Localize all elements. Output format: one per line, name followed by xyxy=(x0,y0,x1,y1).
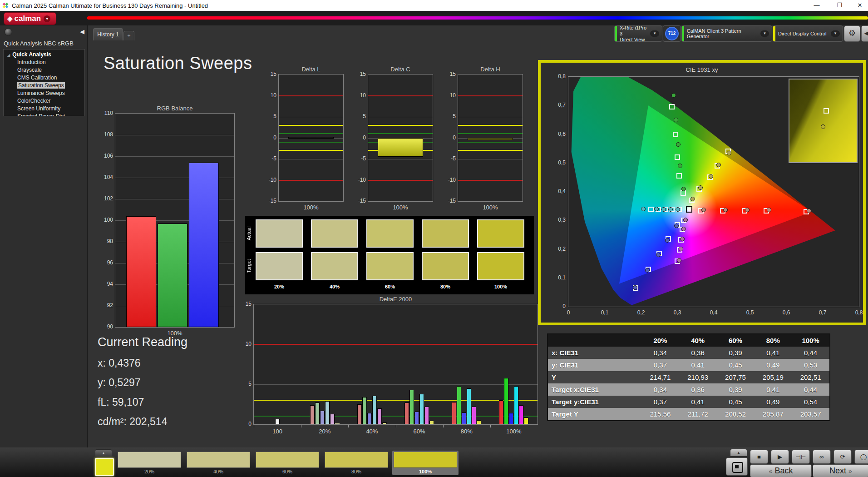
sidebar-item-colorchecker[interactable]: ColorChecker xyxy=(4,97,84,105)
delta-ytick-label: 5 xyxy=(439,113,456,119)
display-dropdown-icon[interactable]: ▼ xyxy=(831,30,840,37)
table-header-100%: 100% xyxy=(792,334,829,347)
sidebar-collapse-icon[interactable]: ◀ xyxy=(80,28,84,35)
cie-ytick-label: 0 xyxy=(552,303,566,309)
deltae-bar xyxy=(452,402,456,424)
current-reading-value: cd/m²: 202,514 xyxy=(98,416,167,428)
cie-xtick-label: 0,1 xyxy=(597,309,612,316)
patch-tab-label: 60% xyxy=(254,469,321,474)
delta-ytick-label: 10 xyxy=(439,92,456,99)
patch-tab-20%[interactable]: 20% xyxy=(116,451,182,475)
table-row-label: Target Y xyxy=(548,408,641,420)
swatch-target-60% xyxy=(366,252,414,280)
source-selector[interactable]: CalMAN Client 3 Pattern Generator ▼ xyxy=(681,25,772,42)
tab-history-1[interactable]: History 1 xyxy=(93,28,123,40)
add-tab-button[interactable]: + xyxy=(123,31,134,40)
single-measure-icon[interactable]: ⊣⊢ xyxy=(792,450,810,464)
meter-name: X-Rite i1Pro 3 xyxy=(620,25,650,37)
meter-mode: Direct View xyxy=(620,37,650,43)
back-button[interactable]: « Back xyxy=(750,464,812,477)
deltae-bar xyxy=(504,378,508,424)
menu-chevron-icon: ▼ xyxy=(44,15,50,22)
settings-gear-icon[interactable]: ⚙ xyxy=(844,25,860,42)
play-icon[interactable]: ▶ xyxy=(771,450,789,464)
cie-measured-green xyxy=(671,93,676,98)
meter-count-badge[interactable]: 712 xyxy=(665,27,679,40)
calman-menu-button[interactable]: ◈ calman ▼ xyxy=(4,12,56,25)
x-tick xyxy=(396,425,396,427)
meter-dropdown-icon[interactable]: ▼ xyxy=(650,30,659,37)
active-patch-swatch[interactable] xyxy=(95,458,114,476)
sidebar-item-cms-calibration[interactable]: CMS Calibration xyxy=(4,74,84,82)
rgb-ytick-label: 96 xyxy=(97,259,113,266)
delta-ytick-label: 0 xyxy=(350,134,366,141)
stop-icon[interactable]: ■ xyxy=(750,450,768,464)
table-cell: 210,93 xyxy=(679,371,717,383)
patch-up-arrow-button[interactable]: ▲ xyxy=(95,449,112,457)
delta-c-chart: Delta C100%-15-10-5051015 xyxy=(368,74,433,202)
cie-ytick-label: 0,5 xyxy=(552,159,566,166)
patch-tab-80%[interactable]: 80% xyxy=(323,451,390,475)
cie-measured-cyan xyxy=(661,207,666,212)
delta-h-bar xyxy=(468,138,513,140)
source-status-indicator xyxy=(682,26,684,41)
sidebar-item-screen-uniformity[interactable]: Screen Uniformity xyxy=(4,105,84,113)
delta-ytick-label: -10 xyxy=(260,177,276,183)
next-button[interactable]: Next » xyxy=(813,464,868,477)
controls-up-arrow-button[interactable]: ▲ xyxy=(730,449,747,457)
table-cell: 0,41 xyxy=(754,347,792,359)
deltae-bar xyxy=(467,388,471,424)
patch-tab-100%[interactable]: 100% xyxy=(392,451,459,475)
table-cell: 207,75 xyxy=(717,371,755,383)
reference-line xyxy=(254,416,538,417)
swatch-target-80% xyxy=(422,252,469,280)
cie-measured-red xyxy=(723,208,728,212)
deltae-bar xyxy=(362,397,367,424)
sidebar-item-saturation-sweeps[interactable]: Saturation Sweeps xyxy=(4,82,84,89)
swatch-col-label: 40% xyxy=(311,284,358,289)
minimize-button[interactable]: — xyxy=(809,0,824,11)
cie-measured-red xyxy=(745,208,750,212)
meter-selector[interactable]: X-Rite i1Pro 3 Direct View ▼ xyxy=(614,25,662,42)
maximize-button[interactable]: ❐ xyxy=(832,0,847,11)
table-header-empty xyxy=(548,334,641,347)
cie-xtick-label: 0,6 xyxy=(779,309,794,316)
table-cell: 0,36 xyxy=(679,347,717,359)
pattern-window-button[interactable] xyxy=(726,457,748,476)
pattern-window-icon xyxy=(732,462,743,473)
current-reading-title: Current Reading xyxy=(98,335,187,349)
sidebar-item-spectral-power-dist-[interactable]: Spectral Power Dist. xyxy=(4,113,84,116)
reference-line xyxy=(254,344,538,345)
patch-tab-40%[interactable]: 40% xyxy=(185,451,252,475)
table-cell: 0,45 xyxy=(717,396,755,408)
reference-line xyxy=(458,150,523,151)
cie-ytick-label: 0,6 xyxy=(552,131,566,137)
tree-root-item[interactable]: ◢Quick Analysis xyxy=(4,50,84,59)
sidebar-item-grayscale[interactable]: Grayscale xyxy=(4,66,84,74)
record-icon[interactable]: ◯ xyxy=(854,450,868,464)
refresh-icon[interactable]: ⟳ xyxy=(833,450,852,464)
close-button[interactable]: ✕ xyxy=(852,0,868,11)
display-status-indicator xyxy=(773,26,775,41)
saturation-swatch-panel: ActualTarget20%40%60%80%100% xyxy=(245,216,534,294)
delta-ytick-label: 15 xyxy=(260,71,276,77)
sidebar-item-introduction[interactable]: Introduction xyxy=(4,59,84,66)
delta-xlabel: 100% xyxy=(458,204,523,211)
right-panel-collapse-icon[interactable]: ◀ xyxy=(861,25,868,42)
table-cell: 211,72 xyxy=(679,408,717,420)
cie-measured-blue xyxy=(674,224,679,228)
patch-tab-60%[interactable]: 60% xyxy=(254,451,321,475)
display-selector[interactable]: Direct Display Control ▼ xyxy=(773,25,843,42)
cie-ytick-label: 0,7 xyxy=(552,102,566,108)
rgb-ytick-label: 102 xyxy=(97,195,113,202)
table-cell: 215,56 xyxy=(641,408,679,420)
deltae-bar xyxy=(429,421,434,424)
swatch-actual-20% xyxy=(256,219,303,248)
sidebar-item-luminance-sweeps[interactable]: Luminance Sweeps xyxy=(4,89,84,97)
source-dropdown-icon[interactable]: ▼ xyxy=(760,30,769,37)
swatch-col-label: 80% xyxy=(422,284,469,289)
cie-ytick-label: 0,3 xyxy=(552,217,566,223)
cie-measured-blue xyxy=(633,285,637,290)
deltae-bar xyxy=(275,419,280,424)
continuous-measure-icon[interactable]: ∞ xyxy=(813,450,831,464)
